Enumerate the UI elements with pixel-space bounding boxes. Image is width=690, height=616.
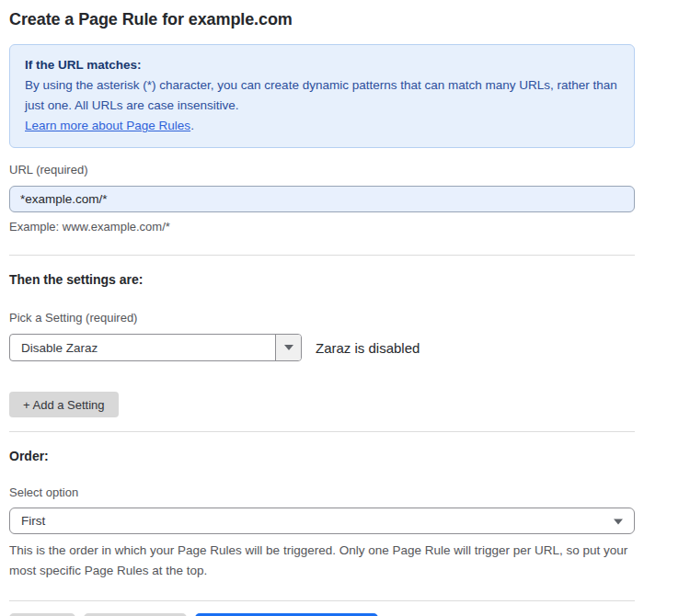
info-box-body: By using the asterisk (*) character, you… (25, 75, 619, 116)
order-select[interactable]: First (9, 508, 635, 534)
setting-dropdown[interactable]: Disable Zaraz (9, 334, 302, 361)
learn-more-link[interactable]: Learn more about Page Rules (25, 119, 190, 132)
chevron-down-icon (284, 345, 293, 350)
link-period: . (190, 119, 194, 132)
settings-section-heading: Then the settings are: (9, 272, 635, 287)
section-divider (9, 600, 635, 601)
order-select-label: Select option (9, 485, 635, 500)
url-field-label: URL (required) (9, 163, 635, 177)
order-section-heading: Order: (9, 449, 635, 463)
section-divider (9, 255, 635, 256)
setting-dropdown-caret-button[interactable] (275, 335, 301, 360)
setting-status-text: Zaraz is disabled (316, 340, 420, 356)
setting-dropdown-value: Disable Zaraz (10, 335, 275, 360)
page-rule-form: Create a Page Rule for example.com If th… (0, 0, 690, 616)
order-select-value: First (21, 514, 45, 528)
url-input[interactable] (9, 186, 635, 212)
add-setting-button[interactable]: + Add a Setting (9, 392, 119, 417)
url-example-text: Example: www.example.com/* (9, 220, 635, 234)
setting-picker-label: Pick a Setting (required) (9, 311, 635, 325)
setting-row: Disable Zaraz Zaraz is disabled (9, 334, 635, 361)
info-box-link-line: Learn more about Page Rules. (25, 116, 619, 136)
order-help-text: This is the order in which your Page Rul… (9, 541, 635, 581)
url-match-info-box: If the URL matches: By using the asteris… (9, 44, 635, 148)
page-title: Create a Page Rule for example.com (9, 9, 635, 29)
chevron-down-icon (614, 519, 623, 524)
info-box-heading: If the URL matches: (25, 55, 619, 74)
section-divider (9, 431, 635, 432)
